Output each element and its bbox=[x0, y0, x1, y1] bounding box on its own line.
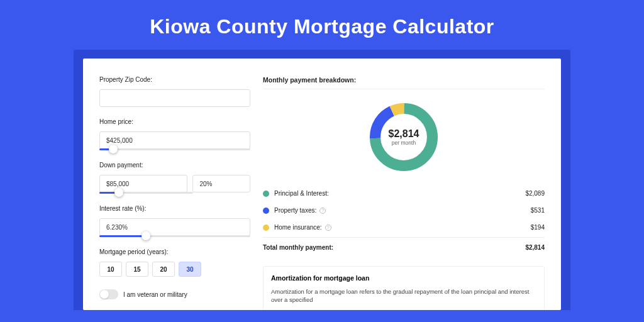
donut-value: $2,814 bbox=[389, 128, 419, 140]
donut-center: $2,814 per month bbox=[366, 99, 441, 175]
calculator-card: Property Zip Code: Home price: Down paym… bbox=[83, 58, 561, 310]
window-shadow: Property Zip Code: Home price: Down paym… bbox=[74, 50, 570, 310]
down-payment-pct-input[interactable] bbox=[192, 175, 250, 192]
period-button-20[interactable]: 20 bbox=[152, 262, 175, 277]
donut-container: $2,814 per month bbox=[263, 96, 545, 185]
veteran-row: I am veteran or military bbox=[99, 289, 250, 299]
payment-donut-chart: $2,814 per month bbox=[366, 99, 441, 175]
amortization-text: Amortization for a mortgage loan refers … bbox=[271, 288, 536, 304]
breakdown-label: Property taxes:? bbox=[263, 207, 326, 214]
breakdown-title: Monthly payment breakdown: bbox=[263, 76, 545, 89]
legend-dot bbox=[263, 208, 269, 214]
zip-field: Property Zip Code: bbox=[99, 76, 250, 107]
down-payment-input[interactable] bbox=[99, 175, 187, 192]
home-price-label: Home price: bbox=[99, 118, 250, 125]
breakdown-label: Principal & Interest: bbox=[263, 190, 329, 197]
legend-dot bbox=[263, 191, 269, 197]
legend-dot bbox=[263, 225, 269, 231]
period-button-10[interactable]: 10 bbox=[99, 262, 122, 277]
amortization-title: Amortization for mortgage loan bbox=[271, 274, 536, 282]
zip-label: Property Zip Code: bbox=[99, 76, 250, 83]
total-value: $2,814 bbox=[525, 244, 545, 251]
interest-rate-slider[interactable] bbox=[99, 235, 250, 237]
slider-thumb[interactable] bbox=[114, 188, 123, 197]
down-payment-field: Down payment: bbox=[99, 162, 250, 194]
interest-rate-label: Interest rate (%): bbox=[99, 205, 250, 212]
slider-thumb[interactable] bbox=[142, 231, 150, 240]
amortization-card: Amortization for mortgage loan Amortizat… bbox=[263, 266, 545, 310]
breakdown-row: Home insurance:?$194 bbox=[263, 219, 545, 236]
form-column: Property Zip Code: Home price: Down paym… bbox=[99, 76, 250, 310]
total-label: Total monthly payment: bbox=[263, 244, 333, 251]
toggle-knob bbox=[100, 290, 109, 299]
home-price-input[interactable] bbox=[99, 131, 250, 149]
slider-fill bbox=[99, 235, 146, 237]
breakdown-value: $194 bbox=[531, 224, 545, 231]
mortgage-period-label: Mortgage period (years): bbox=[99, 248, 250, 255]
home-price-slider[interactable] bbox=[99, 148, 250, 150]
breakdown-row: Property taxes:?$531 bbox=[263, 202, 545, 219]
breakdown-column: Monthly payment breakdown: $2,814 per mo… bbox=[263, 76, 545, 310]
period-buttons: 10152030 bbox=[99, 262, 250, 277]
info-icon[interactable]: ? bbox=[319, 208, 326, 214]
veteran-toggle[interactable] bbox=[99, 289, 118, 299]
down-payment-label: Down payment: bbox=[99, 162, 250, 169]
donut-sublabel: per month bbox=[392, 140, 416, 146]
slider-thumb[interactable] bbox=[109, 145, 118, 153]
breakdown-value: $531 bbox=[531, 207, 545, 214]
breakdown-row: Principal & Interest:$2,089 bbox=[263, 185, 545, 202]
breakdown-total-row: Total monthly payment: $2,814 bbox=[263, 237, 545, 256]
veteran-label: I am veteran or military bbox=[123, 291, 187, 298]
down-payment-slider[interactable] bbox=[99, 192, 193, 194]
interest-rate-input[interactable] bbox=[99, 218, 250, 236]
period-button-30[interactable]: 30 bbox=[179, 262, 201, 277]
info-icon[interactable]: ? bbox=[325, 225, 331, 231]
page-title: Kiowa County Mortgage Calculator bbox=[0, 0, 644, 50]
breakdown-label: Home insurance:? bbox=[263, 224, 331, 231]
mortgage-period-field: Mortgage period (years): 10152030 bbox=[99, 248, 250, 277]
interest-rate-field: Interest rate (%): bbox=[99, 205, 250, 237]
period-button-15[interactable]: 15 bbox=[126, 262, 148, 277]
home-price-field: Home price: bbox=[99, 118, 250, 150]
zip-input[interactable] bbox=[99, 89, 250, 107]
breakdown-rows: Principal & Interest:$2,089Property taxe… bbox=[263, 185, 545, 236]
breakdown-value: $2,089 bbox=[525, 190, 545, 197]
